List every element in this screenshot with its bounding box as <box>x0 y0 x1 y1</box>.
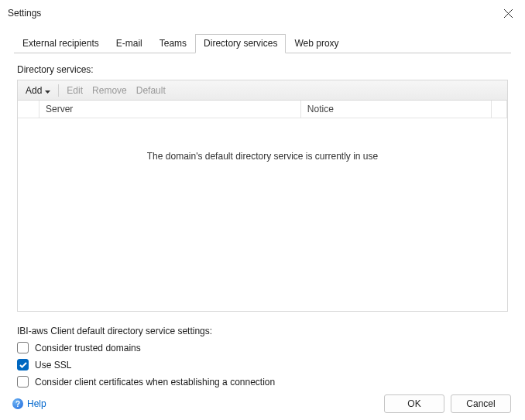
settings-window: Settings External recipients E-mail Team… <box>0 0 525 420</box>
row-consider-trusted-domains: Consider trusted domains <box>17 342 508 353</box>
help-link[interactable]: ? Help <box>12 398 46 409</box>
toolbar-separator <box>58 84 59 97</box>
tab-email[interactable]: E-mail <box>108 34 151 53</box>
close-button[interactable] <box>491 0 525 26</box>
checkbox-consider-trusted-domains[interactable] <box>17 342 29 353</box>
grid-column-server[interactable]: Server <box>39 101 301 118</box>
client-settings-heading: IBI-aws Client default directory service… <box>17 326 508 336</box>
checkbox-consider-client-certs[interactable] <box>17 376 29 388</box>
help-icon: ? <box>12 398 23 409</box>
titlebar: Settings <box>0 0 525 26</box>
tab-web-proxy[interactable]: Web proxy <box>286 34 347 53</box>
grid-toolbar: Add Edit Remove Default <box>18 80 507 101</box>
grid-empty-message: The domain's default directory service i… <box>18 151 507 162</box>
chevron-down-icon <box>45 85 50 96</box>
label-consider-client-certs: Consider client certificates when establ… <box>35 377 275 388</box>
grid-column-handle <box>18 101 39 118</box>
add-button-label: Add <box>26 85 42 96</box>
remove-button[interactable]: Remove <box>91 84 129 97</box>
tab-content: Directory services: Add Edit Remove Defa… <box>0 53 525 388</box>
help-label: Help <box>27 398 46 409</box>
checkmark-icon <box>19 362 27 368</box>
tab-strip: External recipients E-mail Teams Directo… <box>0 26 525 53</box>
grid-column-end <box>492 101 507 118</box>
cancel-button[interactable]: Cancel <box>451 394 511 413</box>
tab-external-recipients[interactable]: External recipients <box>14 34 108 53</box>
svg-marker-2 <box>45 90 50 94</box>
tab-directory-services[interactable]: Directory services <box>195 34 286 53</box>
label-use-ssl: Use SSL <box>35 360 71 370</box>
grid-body: The domain's default directory service i… <box>18 118 507 311</box>
ok-button[interactable]: OK <box>384 394 444 413</box>
checkbox-use-ssl[interactable] <box>17 359 29 370</box>
dialog-footer: ? Help OK Cancel <box>0 388 525 420</box>
label-consider-trusted-domains: Consider trusted domains <box>35 343 141 353</box>
directory-services-label: Directory services: <box>17 64 508 75</box>
grid-header: Server Notice <box>18 101 507 118</box>
edit-button[interactable]: Edit <box>65 84 84 97</box>
row-consider-client-certs: Consider client certificates when establ… <box>17 376 508 388</box>
row-use-ssl: Use SSL <box>17 359 508 370</box>
add-button[interactable]: Add <box>24 84 52 97</box>
tab-teams[interactable]: Teams <box>151 34 195 53</box>
directory-services-grid-container: Add Edit Remove Default Server Notice Th… <box>17 80 508 312</box>
grid-column-notice[interactable]: Notice <box>301 101 492 118</box>
default-button[interactable]: Default <box>135 84 167 97</box>
window-title: Settings <box>8 8 491 19</box>
close-icon <box>504 9 513 18</box>
